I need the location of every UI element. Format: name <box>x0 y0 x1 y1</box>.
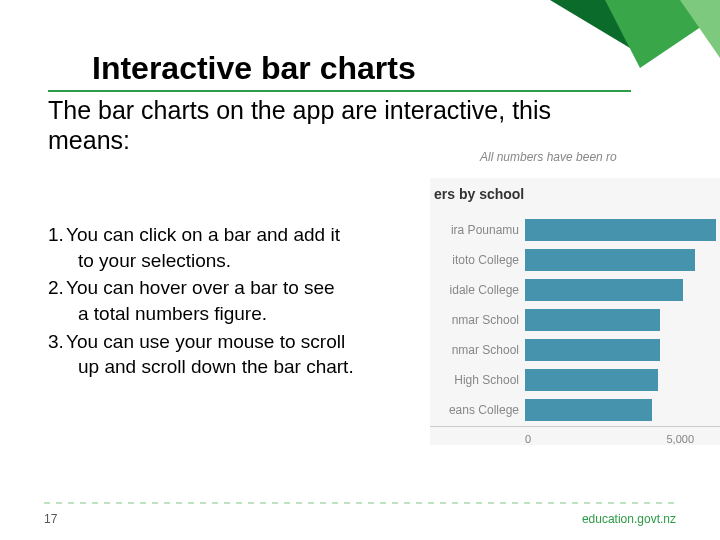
footer-divider <box>44 502 676 504</box>
list-text: You can hover over a bar to see <box>66 277 335 298</box>
chart-note: All numbers have been ro <box>430 150 720 178</box>
chart-screenshot: All numbers have been ro ers by school i… <box>430 150 720 450</box>
list-text: You can click on a bar and add it <box>66 224 340 245</box>
bar[interactable] <box>525 249 695 271</box>
bar-row[interactable]: itoto College <box>430 246 720 273</box>
list-item: 3.You can use your mouse to scroll up an… <box>48 329 413 380</box>
chart-title: ers by school <box>434 186 716 202</box>
svg-marker-1 <box>605 0 720 68</box>
bar-row[interactable]: eans College <box>430 396 720 423</box>
bar-label: idale College <box>430 283 525 297</box>
list-item: 1.You can click on a bar and add it to y… <box>48 222 413 273</box>
chart-body: ira Pounamu itoto College idale College … <box>430 210 720 445</box>
footer-link: education.govt.nz <box>582 512 676 526</box>
list-number: 3. <box>48 329 66 355</box>
chart-header: ers by school <box>430 178 720 210</box>
page-number: 17 <box>44 512 57 526</box>
bar-row[interactable]: High School <box>430 366 720 393</box>
slide-subtitle: The bar charts on the app are interactiv… <box>48 95 608 155</box>
bar-row[interactable]: nmar School <box>430 336 720 363</box>
bar[interactable] <box>525 369 658 391</box>
bar[interactable] <box>525 309 660 331</box>
instruction-list: 1.You can click on a bar and add it to y… <box>48 222 413 382</box>
list-text: to your selections. <box>48 248 413 274</box>
bar-label: itoto College <box>430 253 525 267</box>
list-number: 1. <box>48 222 66 248</box>
bar-label: nmar School <box>430 313 525 327</box>
bar-label: High School <box>430 373 525 387</box>
corner-decoration <box>520 0 720 100</box>
bar-row[interactable]: idale College <box>430 276 720 303</box>
bar-row[interactable]: ira Pounamu <box>430 216 720 243</box>
slide-title: Interactive bar charts <box>92 50 416 87</box>
list-number: 2. <box>48 275 66 301</box>
list-item: 2.You can hover over a bar to see a tota… <box>48 275 413 326</box>
chart-x-axis: 0 5,000 <box>430 426 720 445</box>
list-text: a total numbers figure. <box>48 301 413 327</box>
title-underline <box>48 90 631 92</box>
list-text: You can use your mouse to scroll <box>66 331 345 352</box>
bar[interactable] <box>525 279 683 301</box>
x-tick: 5,000 <box>666 433 720 445</box>
bar[interactable] <box>525 339 660 361</box>
bar-label: eans College <box>430 403 525 417</box>
list-text: up and scroll down the bar chart. <box>48 354 413 380</box>
bar-label: ira Pounamu <box>430 223 525 237</box>
svg-marker-2 <box>680 0 720 58</box>
bar[interactable] <box>525 399 652 421</box>
bar-row[interactable]: nmar School <box>430 306 720 333</box>
bar-label: nmar School <box>430 343 525 357</box>
bar[interactable] <box>525 219 716 241</box>
svg-marker-0 <box>550 0 640 48</box>
